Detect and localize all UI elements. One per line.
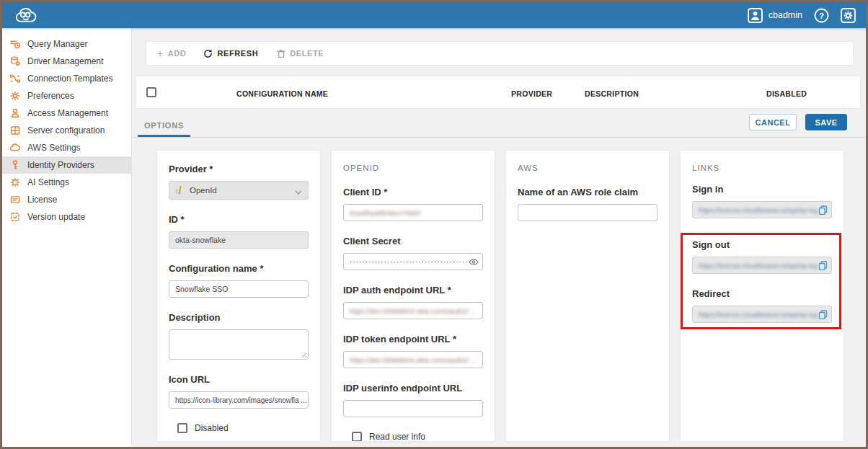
- delete-button-label: DELETE: [290, 49, 324, 58]
- sidebar-item-label: Access Management: [27, 108, 108, 118]
- sidebar-item-label: Version update: [27, 212, 85, 222]
- sidebar-item-access-management[interactable]: Access Management: [2, 105, 131, 122]
- driver-management-icon: [9, 55, 21, 67]
- tabs-bar: OPTIONS CANCEL SAVE: [132, 108, 866, 138]
- chevron-down-icon: [295, 188, 302, 197]
- sidebar-item-preferences[interactable]: Preferences: [2, 87, 131, 105]
- sidebar-item-label: Driver Management: [27, 56, 103, 66]
- read-user-info-checkbox-label: Read user info: [369, 432, 425, 441]
- sign-out-link-field: https://test-ee.cloudbeaver.io/api/sp-si…: [692, 257, 832, 274]
- column-header-disabled: DISABLED: [766, 89, 807, 98]
- copy-icon[interactable]: [818, 310, 828, 319]
- client-secret-label: Client Secret: [343, 236, 483, 246]
- query-manager-icon: [9, 38, 21, 50]
- configurations-table-header: CONFIGURATION NAME PROVIDER DESCRIPTION …: [136, 76, 860, 108]
- idp-auth-endpoint-field[interactable]: https://dev-50689604.okta.com/oauth2/ ..…: [343, 302, 483, 319]
- sidebar-item-version-update[interactable]: Version update: [2, 208, 131, 226]
- sidebar-item-label: Query Manager: [27, 39, 87, 49]
- cancel-button[interactable]: CANCEL: [749, 114, 797, 130]
- icon-url-value: https://icon-library.com/images/snowfla …: [175, 396, 307, 404]
- client-secret-field[interactable]: ········································…: [343, 253, 483, 270]
- tab-options[interactable]: OPTIONS: [138, 121, 190, 137]
- idp-auth-endpoint-value: https://dev-50689604.okta.com/oauth2/ ..…: [350, 307, 476, 315]
- sign-in-label: Sign in: [692, 184, 832, 195]
- add-button[interactable]: + ADD: [157, 49, 186, 58]
- id-field: okta-snowflake: [169, 231, 309, 249]
- sidebar-item-label: Identity Providers: [27, 160, 94, 170]
- openid-panel: OPENID Client ID * 0oa4fhavkfk4bezY59d7 …: [332, 151, 495, 441]
- main-content: + ADD REFRESH: [132, 28, 866, 447]
- provider-label: Provider *: [169, 164, 309, 174]
- help-icon[interactable]: ?: [814, 8, 829, 23]
- description-textarea[interactable]: [169, 329, 309, 360]
- delete-button[interactable]: DELETE: [277, 49, 324, 58]
- sidebar-item-query-manager[interactable]: Query Manager: [2, 35, 131, 53]
- aws-settings-icon: [9, 142, 21, 154]
- column-header-provider: PROVIDER: [511, 89, 552, 98]
- admin-sidebar: Query Manager Driver Management Con: [2, 28, 132, 447]
- sign-in-link-field: https://test-ee.cloudbeaver.io/api/sp-si…: [692, 201, 832, 218]
- toolbar: + ADD REFRESH: [146, 42, 853, 65]
- version-update-icon: [9, 211, 21, 223]
- icon-url-field[interactable]: https://icon-library.com/images/snowfla …: [169, 391, 309, 409]
- read-user-info-checkbox[interactable]: [352, 432, 362, 441]
- settings-gear-icon[interactable]: [841, 8, 856, 23]
- top-header-bar: cbadmin ?: [2, 2, 866, 28]
- identity-providers-icon: [9, 159, 21, 171]
- redirect-link-value: https://test-ee.cloudbeaver.io/api/sp-si…: [699, 311, 825, 319]
- sidebar-item-license[interactable]: License: [2, 191, 131, 208]
- id-field-value: okta-snowflake: [175, 236, 226, 244]
- client-id-value: 0oa4fhavkfk4bezY59d7: [350, 209, 421, 217]
- cloudbeaver-logo-icon: [12, 4, 45, 26]
- sidebar-item-driver-management[interactable]: Driver Management: [2, 53, 131, 70]
- refresh-button[interactable]: REFRESH: [203, 49, 258, 58]
- column-header-description: DESCRIPTION: [585, 89, 639, 98]
- sidebar-item-identity-providers[interactable]: Identity Providers: [2, 156, 131, 174]
- disabled-checkbox[interactable]: [177, 423, 187, 433]
- provider-panel: Provider * OpenId: [157, 151, 320, 441]
- copy-icon[interactable]: [818, 261, 828, 270]
- idp-token-endpoint-label: IDP token endpoint URL *: [343, 334, 483, 344]
- idp-token-endpoint-field[interactable]: https://dev-50689604.okta.com/oauth2/ ..…: [343, 351, 483, 368]
- configuration-name-field[interactable]: Snowflake SSO: [169, 280, 309, 298]
- sidebar-item-label: License: [27, 195, 57, 205]
- aws-role-claim-label: Name of an AWS role claim: [518, 187, 657, 197]
- sidebar-item-ai-settings[interactable]: AI Settings: [2, 174, 131, 191]
- id-label: ID *: [169, 214, 309, 225]
- redirect-link-field: https://test-ee.cloudbeaver.io/api/sp-si…: [692, 306, 832, 323]
- sidebar-item-connection-templates[interactable]: Connection Templates: [2, 70, 131, 87]
- select-all-checkbox[interactable]: [146, 87, 156, 97]
- annotation-highlight-box: Sign out https://test-ee.cloudbeaver.io/…: [681, 233, 841, 329]
- connection-templates-icon: [9, 73, 21, 84]
- identity-provider-form: Provider * OpenId: [157, 151, 866, 441]
- aws-role-claim-field[interactable]: [518, 204, 657, 221]
- configuration-name-label: Configuration name *: [169, 263, 309, 274]
- access-management-icon: [9, 107, 21, 119]
- refresh-icon: [203, 49, 213, 58]
- icon-url-label: Icon URL: [169, 374, 309, 385]
- user-avatar-icon: [748, 8, 763, 23]
- svg-text:?: ?: [819, 11, 824, 19]
- client-id-label: Client ID *: [343, 187, 483, 197]
- client-id-field[interactable]: 0oa4fhavkfk4bezY59d7: [343, 204, 483, 221]
- client-secret-value: ········································…: [350, 258, 472, 266]
- sidebar-item-label: Preferences: [27, 91, 74, 101]
- sidebar-item-server-configuration[interactable]: Server configuration: [2, 122, 131, 139]
- add-button-label: ADD: [168, 49, 187, 58]
- idp-token-endpoint-value: https://dev-50689604.okta.com/oauth2/ ..…: [350, 356, 476, 364]
- sidebar-item-label: Server configuration: [27, 125, 105, 135]
- sign-in-link-value: https://test-ee.cloudbeaver.io/api/sp-si…: [699, 206, 825, 214]
- reveal-password-eye-icon[interactable]: [469, 257, 479, 267]
- openid-provider-icon: [175, 186, 184, 195]
- redirect-label: Redirect: [692, 288, 832, 299]
- aws-section-title: AWS: [518, 164, 657, 172]
- provider-select[interactable]: OpenId: [169, 181, 309, 200]
- user-menu[interactable]: cbadmin: [748, 8, 802, 23]
- app-window: cbadmin ?: [0, 0, 868, 449]
- server-configuration-icon: [9, 125, 21, 136]
- copy-icon[interactable]: [818, 205, 828, 215]
- idp-userinfo-endpoint-field[interactable]: [343, 400, 483, 417]
- sidebar-item-aws-settings[interactable]: AWS Settings: [2, 139, 131, 156]
- sidebar-item-label: Connection Templates: [27, 74, 113, 84]
- save-button[interactable]: SAVE: [805, 114, 847, 130]
